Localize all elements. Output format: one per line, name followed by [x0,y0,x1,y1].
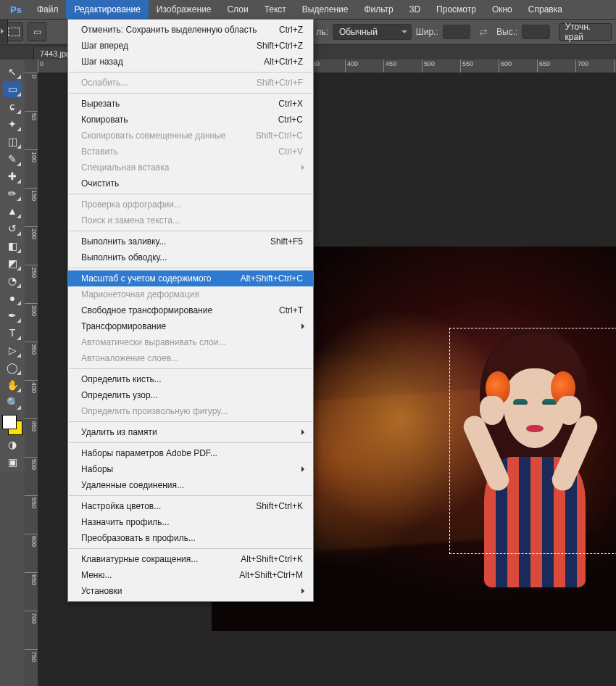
menu-просмотр[interactable]: Просмотр [428,0,484,19]
height-input[interactable] [522,25,549,39]
menu-item-label: Меню... [81,570,112,580]
menu-item-label: Автоматически выравнивать слои... [81,337,226,347]
menu-item-shortcut: Shift+F5 [270,236,303,247]
magic-wand-tool[interactable]: ✦ [3,116,22,132]
dodge-tool[interactable]: ● [3,290,22,306]
history-brush-tool[interactable]: ↺ [3,220,22,236]
menu-выделение[interactable]: Выделение [294,0,357,19]
menu-item-label: Настройка цветов... [81,501,161,511]
move-tool[interactable]: ↖ [3,64,22,80]
ruler-tick: 400 [345,59,383,73]
ruler-tick: 650 [537,59,575,73]
panel-toggle-icon[interactable] [0,19,8,44]
menu-item[interactable]: ВырезатьCtrl+X [68,96,313,112]
ruler-origin[interactable] [25,59,38,73]
menu-окно[interactable]: Окно [484,0,520,19]
menu-справка[interactable]: Справка [520,0,570,19]
blur-tool[interactable]: ◔ [3,273,22,289]
menu-item-shortcut: Ctrl+Z [279,25,303,35]
menu-item[interactable]: Наборы [68,461,313,477]
menu-item-label: Ослабить... [81,78,128,88]
menu-item[interactable]: Шаг назадAlt+Ctrl+Z [68,54,313,70]
menu-файл[interactable]: Файл [29,0,67,19]
menu-item[interactable]: Трансформирование [68,318,313,334]
menu-3d[interactable]: 3D [401,0,428,19]
toolbox: ↖▭ɕ✦◫✎✚✏▲↺◧◩◔●✒T▷◯✋🔍 ◑▣ [0,59,25,471]
refine-edge-button[interactable]: Уточн. край [559,23,612,41]
menu-item[interactable]: КопироватьCtrl+C [68,112,313,128]
menu-фильтр[interactable]: Фильтр [356,0,401,19]
menu-item-label: Клавиатурные сокращения... [81,554,198,564]
clone-stamp-tool[interactable]: ▲ [3,203,22,219]
menu-item-shortcut: Ctrl+V [278,146,303,157]
menu-item-label: Удаленные соединения... [81,480,184,490]
gradient-tool[interactable]: ◩ [3,255,22,271]
menu-item-label: Вырезать [81,99,120,109]
menu-редактирование[interactable]: Редактирование [66,0,148,19]
swap-dimensions-icon[interactable]: ⇄ [475,26,492,38]
menu-item-label: Свободное трансформирование [81,305,212,315]
menu-item[interactable]: Наборы параметров Adobe PDF... [68,445,313,461]
style-dropdown[interactable]: Обычный [333,24,412,40]
menu-item[interactable]: Установки [68,583,313,599]
menu-item: Проверка орфографии... [68,197,313,212]
menu-separator [69,421,312,422]
menu-item[interactable]: Определить узор... [68,387,313,403]
menu-item-label: Определить кисть... [81,374,162,384]
path-selection-tool[interactable]: ▷ [3,342,22,358]
menu-item[interactable]: Масштаб с учетом содержимогоAlt+Shift+Ct… [68,270,313,286]
height-label: Выс.: [496,27,517,37]
ruler-tick: 700 [25,611,38,649]
menu-изображение[interactable]: Изображение [149,0,220,19]
ruler-tick: 550 [460,59,499,73]
menu-item[interactable]: Отменить: Сохранить выделенную областьCt… [68,22,313,38]
crop-tool[interactable]: ◫ [3,133,22,149]
menu-item: Автоматически выравнивать слои... [68,334,313,350]
submenu-arrow-icon [301,588,307,594]
shape-tool[interactable]: ◯ [3,360,22,376]
foreground-color-swatch[interactable] [2,415,17,429]
menu-separator [69,548,312,549]
width-input[interactable] [443,25,470,39]
type-tool[interactable]: T [3,325,22,341]
menu-слои[interactable]: Слои [219,0,256,19]
menu-item[interactable]: Выполнить заливку...Shift+F5 [68,234,313,249]
hand-tool[interactable]: ✋ [3,377,22,393]
pen-tool[interactable]: ✒ [3,307,22,323]
menu-item[interactable]: Клавиатурные сокращения...Alt+Shift+Ctrl… [68,551,313,567]
menu-item[interactable]: Преобразовать в профиль... [68,530,313,546]
menu-item-label: Удалить из памяти [81,427,157,437]
menu-item[interactable]: Меню...Alt+Shift+Ctrl+M [68,567,313,583]
eyedropper-tool[interactable]: ✎ [3,151,22,167]
ruler-tick: 150 [25,188,38,226]
menu-текст[interactable]: Текст [257,0,294,19]
healing-brush-tool[interactable]: ✚ [3,168,22,184]
color-swatches[interactable] [2,415,22,435]
menu-item[interactable]: Удаленные соединения... [68,477,313,493]
ruler-tick: 0 [25,73,38,111]
menu-item[interactable]: Выполнить обводку... [68,249,313,265]
menu-item[interactable]: Удалить из памяти [68,424,313,440]
lasso-tool[interactable]: ɕ [3,99,22,115]
menu-item[interactable]: Настройка цветов...Shift+Ctrl+K [68,498,313,514]
ruler-tick: 50 [25,111,38,149]
eraser-tool[interactable]: ◧ [3,238,22,254]
marquee-tool[interactable]: ▭ [3,81,22,97]
menu-item[interactable]: Очистить [68,175,313,191]
menu-item[interactable]: Определить кисть... [68,371,313,387]
menu-item-label: Очистить [81,178,119,189]
menu-item-shortcut: Ctrl+T [279,305,303,315]
menu-item-label: Выполнить обводку... [81,252,167,263]
menu-separator [69,231,312,231]
selection-mode-new[interactable]: ▭ [28,22,46,41]
menu-item: ВставитьCtrl+V [68,144,313,160]
menu-separator [69,268,312,268]
zoom-tool[interactable]: 🔍 [3,394,22,410]
menu-item[interactable]: Назначить профиль... [68,514,313,530]
quick-mask-tool[interactable]: ◑ [3,437,22,452]
screen-mode-tool[interactable]: ▣ [3,454,22,470]
menu-item[interactable]: Шаг впередShift+Ctrl+Z [68,38,313,54]
menu-item-label: Наборы параметров Adobe PDF... [81,448,217,458]
menu-item[interactable]: Свободное трансформированиеCtrl+T [68,302,313,318]
brush-tool[interactable]: ✏ [3,186,22,202]
